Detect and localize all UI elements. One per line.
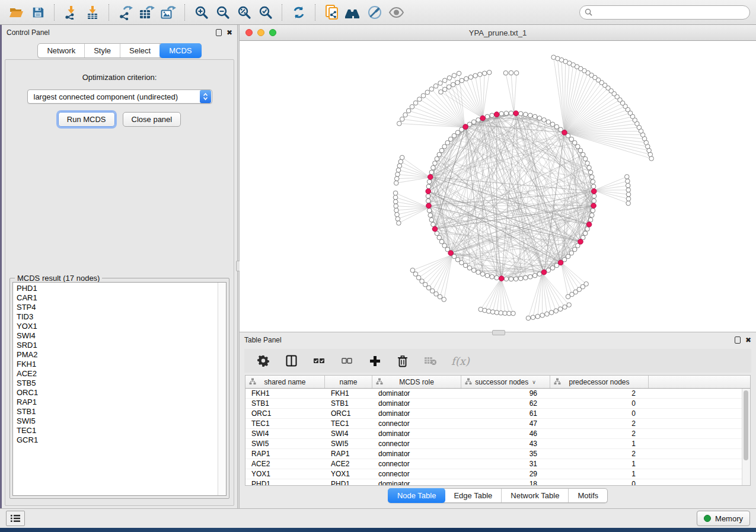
mcds-result-item[interactable]: TID3 [17,312,218,322]
open-session-button[interactable] [6,3,27,22]
mcds-hub-node[interactable] [432,226,438,232]
tab-mcds[interactable]: MCDS [160,43,201,58]
network-node[interactable] [587,165,592,170]
run-mcds-button[interactable]: Run MCDS [58,112,115,127]
network-leaf-node[interactable] [626,183,630,188]
network-leaf-node[interactable] [464,76,469,81]
mcds-hub-node[interactable] [463,124,468,130]
network-node[interactable] [437,152,442,157]
float-panel-icon[interactable] [735,336,741,344]
close-panel-icon[interactable]: ✖ [227,30,232,36]
network-node[interactable] [448,137,453,142]
mcds-hub-node[interactable] [586,222,592,227]
network-node[interactable] [476,118,481,123]
network-node[interactable] [439,239,444,244]
memory-button[interactable]: Memory [697,511,750,526]
network-node[interactable] [429,217,434,222]
mcds-hub-node[interactable] [541,270,547,275]
table-scrollbar-thumb[interactable] [744,390,748,460]
network-leaf-node[interactable] [429,87,434,92]
network-node[interactable] [518,276,523,281]
mcds-hub-node[interactable] [448,251,454,256]
network-node[interactable] [518,111,523,116]
network-node[interactable] [572,140,577,145]
network-leaf-node[interactable] [438,81,443,86]
network-leaf-node[interactable] [626,179,630,184]
network-leaf-node[interactable] [626,192,631,197]
search-input[interactable] [595,8,745,17]
network-node[interactable] [431,165,436,170]
network-leaf-node[interactable] [503,70,508,75]
network-leaf-node[interactable] [514,70,519,75]
mcds-hub-node[interactable] [426,203,432,209]
network-node[interactable] [490,113,495,118]
network-leaf-node[interactable] [551,55,556,60]
network-leaf-node[interactable] [426,286,431,290]
network-node[interactable] [427,180,432,184]
mcds-hub-node[interactable] [591,203,596,209]
mcds-hub-node[interactable] [558,260,563,265]
network-node[interactable] [592,194,596,198]
mcds-hub-node[interactable] [480,116,486,121]
network-leaf-node[interactable] [421,94,426,98]
network-leaf-node[interactable] [397,221,401,226]
network-node[interactable] [528,113,532,118]
network-leaf-node[interactable] [433,84,438,88]
zoom-selected-button[interactable] [255,3,276,22]
network-node[interactable] [588,170,593,175]
import-table-button[interactable] [82,3,103,22]
column-header-name[interactable]: name [325,376,372,388]
mcds-result-item[interactable]: STP4 [17,303,218,312]
network-node[interactable] [578,148,583,153]
network-node[interactable] [580,152,585,157]
search-field[interactable] [579,5,750,20]
mcds-hub-node[interactable] [426,189,431,194]
network-leaf-node[interactable] [394,181,398,185]
network-node[interactable] [431,222,436,227]
tab-network[interactable]: Network [38,44,85,57]
table-panel-grip[interactable] [492,330,505,335]
network-node[interactable] [428,213,433,217]
network-node[interactable] [426,194,430,198]
network-node[interactable] [455,257,460,262]
network-leaf-node[interactable] [393,191,398,196]
network-leaf-node[interactable] [442,87,447,92]
network-node[interactable] [452,133,457,138]
network-node[interactable] [476,270,481,275]
criterion-dropdown[interactable]: largest connected component (undirected) [27,89,212,104]
task-history-button[interactable] [6,511,25,526]
zoom-out-button[interactable] [212,3,234,22]
network-leaf-node[interactable] [626,201,631,206]
export-image-button[interactable] [158,3,179,22]
network-leaf-node[interactable] [423,283,428,287]
network-leaf-node[interactable] [442,297,446,302]
mcds-result-item[interactable]: RAP1 [17,398,218,407]
network-leaf-node[interactable] [457,71,461,76]
network-leaf-node[interactable] [439,89,444,94]
network-node[interactable] [569,137,574,142]
network-node[interactable] [554,124,559,129]
show-columns-button[interactable] [284,354,298,368]
mcds-result-item[interactable]: ORC1 [17,388,218,398]
network-leaf-node[interactable] [395,172,400,177]
network-node[interactable] [589,213,594,217]
hide-annotations-button[interactable] [364,3,385,22]
column-header-MCDS-role[interactable]: MCDS role [372,376,461,388]
network-node[interactable] [490,274,495,279]
zoom-fit-button[interactable] [234,3,255,22]
network-leaf-node[interactable] [410,268,415,273]
network-leaf-node[interactable] [624,175,629,180]
network-node[interactable] [513,277,518,281]
network-leaf-node[interactable] [626,188,631,193]
network-node[interactable] [588,217,593,222]
network-leaf-node[interactable] [447,76,452,81]
mcds-result-item[interactable]: CAR1 [17,293,218,303]
mcds-hub-node[interactable] [591,189,596,194]
network-leaf-node[interactable] [482,71,487,76]
network-node[interactable] [591,180,595,184]
network-node[interactable] [524,112,528,117]
network-node[interactable] [542,118,547,123]
network-leaf-node[interactable] [554,309,559,313]
network-leaf-node[interactable] [626,197,631,201]
mcds-hub-node[interactable] [578,239,583,245]
